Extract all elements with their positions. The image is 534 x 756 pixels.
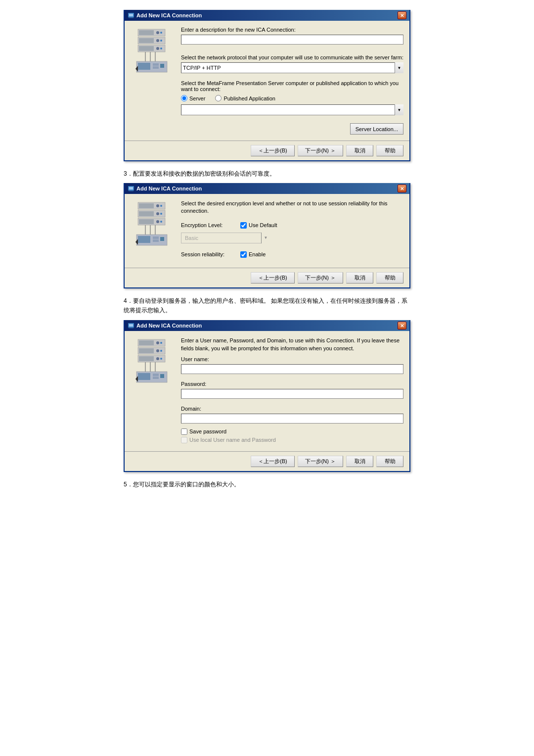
- radio-server-input[interactable]: [181, 95, 187, 101]
- close-button-1[interactable]: ✕: [398, 11, 406, 19]
- save-password-checkbox[interactable]: Save password: [181, 428, 403, 435]
- svg-rect-20: [153, 63, 159, 66]
- icon-area-3: [131, 337, 175, 445]
- cancel-button-2[interactable]: 取消: [346, 272, 373, 284]
- svg-point-61: [156, 357, 159, 360]
- use-default-checkbox[interactable]: Use Default: [240, 222, 277, 229]
- svg-rect-68: [153, 374, 159, 376]
- next-button-3[interactable]: 下一步(N) ＞: [298, 456, 343, 467]
- enable-input[interactable]: [240, 251, 247, 258]
- svg-rect-2: [129, 17, 134, 18]
- svg-point-6: [160, 32, 162, 34]
- svg-point-37: [156, 220, 159, 223]
- dialog-icon-1: [128, 12, 134, 19]
- help-button-1[interactable]: 帮助: [376, 145, 403, 156]
- svg-rect-45: [153, 239, 159, 242]
- password-label: Password:: [181, 381, 403, 387]
- svg-rect-49: [129, 324, 133, 327]
- svg-rect-21: [153, 66, 159, 69]
- basic-dropdown-wrapper: Basic ▼: [181, 233, 270, 243]
- svg-point-9: [156, 39, 159, 42]
- description-label: Enter a description for the new ICA Conn…: [181, 27, 403, 33]
- back-button-3[interactable]: ＜上一步(B): [251, 456, 295, 467]
- radio-published[interactable]: Published Application: [215, 95, 275, 101]
- svg-rect-12: [139, 46, 154, 51]
- svg-point-5: [156, 31, 159, 34]
- help-button-3[interactable]: 帮助: [376, 456, 403, 467]
- protocol-label: Select the network protocol that your co…: [181, 54, 403, 60]
- close-button-3[interactable]: ✕: [398, 322, 406, 330]
- svg-rect-4: [139, 30, 154, 35]
- use-default-input[interactable]: [240, 222, 247, 229]
- description-input[interactable]: [181, 35, 403, 45]
- step5-text: 5．您可以指定要显示的窗口的颜色和大小。: [124, 480, 410, 489]
- domain-input[interactable]: [181, 414, 403, 424]
- dialog-title-2: Add New ICA Connection: [128, 185, 202, 192]
- svg-rect-28: [139, 203, 154, 208]
- svg-rect-32: [139, 211, 154, 216]
- encryption-label: Encryption Level:: [181, 222, 230, 228]
- domain-label: Domain:: [181, 406, 403, 412]
- step3-text: 3．配置要发送和接收的数据的加密级别和会话的可靠度。: [124, 169, 410, 178]
- svg-rect-70: [160, 374, 164, 378]
- svg-point-33: [156, 212, 159, 215]
- svg-rect-36: [139, 219, 154, 224]
- username-input[interactable]: [181, 364, 403, 374]
- dialog-add-ica-2: Add New ICA Connection ✕: [124, 183, 410, 288]
- close-button-2[interactable]: ✕: [398, 185, 406, 192]
- content-area-3: Enter a User name, Password, and Domain,…: [181, 337, 403, 445]
- radio-server[interactable]: Server: [181, 95, 205, 101]
- back-button-2[interactable]: ＜上一步(B): [251, 272, 295, 284]
- dialog-body-2: Select the desired encryption level and …: [125, 194, 409, 268]
- session-label: Session reliability:: [181, 251, 230, 257]
- content-area-1: Enter a description for the new ICA Conn…: [181, 27, 403, 135]
- svg-rect-25: [129, 187, 133, 189]
- svg-point-10: [160, 40, 162, 42]
- help-button-2[interactable]: 帮助: [376, 272, 403, 284]
- svg-point-29: [156, 204, 159, 207]
- svg-point-53: [156, 341, 159, 344]
- svg-rect-43: [138, 236, 150, 243]
- save-password-label: Save password: [189, 428, 226, 434]
- dialog-add-ica-3: Add New ICA Connection ✕: [124, 320, 410, 472]
- dialog-title-3: Add New ICA Connection: [128, 322, 202, 329]
- svg-rect-1: [129, 14, 133, 16]
- save-password-input[interactable]: [181, 428, 187, 435]
- server-dropdown[interactable]: [181, 104, 403, 115]
- svg-point-38: [160, 221, 162, 223]
- svg-rect-8: [139, 38, 154, 43]
- server-location-button[interactable]: Server Location...: [350, 123, 403, 135]
- svg-point-62: [160, 358, 162, 360]
- svg-rect-50: [129, 328, 134, 329]
- cancel-button-3[interactable]: 取消: [346, 456, 373, 467]
- use-local-checkbox[interactable]: Use local User name and Password: [181, 437, 403, 443]
- svg-point-30: [160, 205, 162, 207]
- dialog-footer-2: ＜上一步(B) 下一步(N) ＞ 取消 帮助: [125, 268, 409, 287]
- radio-published-input[interactable]: [215, 95, 222, 101]
- protocol-dropdown[interactable]: TCP/IP + HTTP: [181, 62, 403, 73]
- icon-area-2: [131, 200, 175, 262]
- svg-point-14: [160, 47, 162, 49]
- next-button-1[interactable]: 下一步(N) ＞: [298, 145, 343, 156]
- use-local-input: [181, 437, 187, 443]
- svg-point-57: [156, 349, 159, 352]
- dialog-add-ica-1: Add New ICA Connection ✕: [124, 10, 410, 161]
- cancel-button-1[interactable]: 取消: [346, 145, 373, 156]
- dialog-titlebar-3: Add New ICA Connection ✕: [125, 320, 409, 331]
- svg-rect-46: [160, 237, 164, 241]
- icon-area-1: [131, 27, 175, 135]
- radio-published-label: Published Application: [223, 95, 275, 101]
- server-icon-3: [133, 337, 173, 386]
- svg-point-54: [160, 342, 162, 344]
- dialog-title-text-2: Add New ICA Connection: [136, 186, 202, 191]
- dialog-titlebar-1: Add New ICA Connection ✕: [125, 10, 409, 21]
- password-input[interactable]: [181, 389, 403, 399]
- enable-checkbox[interactable]: Enable: [240, 251, 266, 258]
- basic-dropdown: Basic: [181, 233, 270, 243]
- back-button-1[interactable]: ＜上一步(B): [251, 145, 295, 156]
- next-button-2[interactable]: 下一步(N) ＞: [298, 272, 343, 284]
- dialog-titlebar-2: Add New ICA Connection ✕: [125, 183, 409, 194]
- dialog2-intro: Select the desired encryption level and …: [181, 200, 403, 215]
- use-default-label: Use Default: [249, 222, 277, 228]
- username-label: User name:: [181, 356, 403, 362]
